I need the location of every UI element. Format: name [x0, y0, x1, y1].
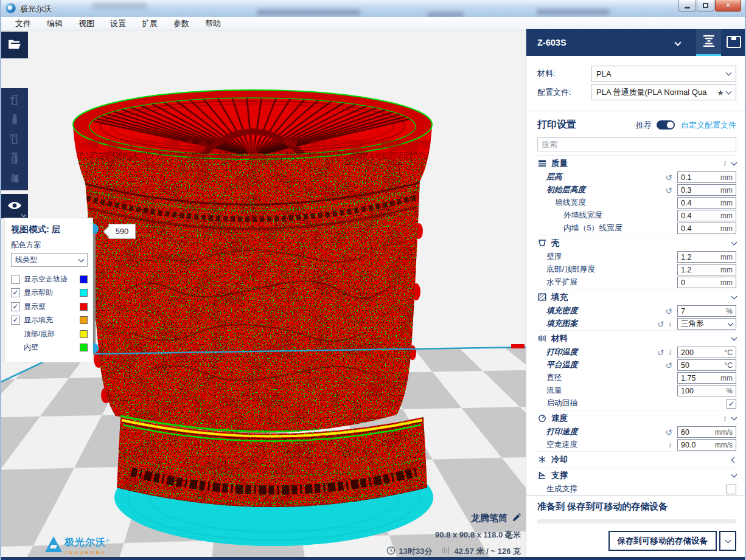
minimize-button[interactable]	[678, 0, 696, 12]
menu-file[interactable]: 文件	[7, 17, 39, 30]
section-header-quality[interactable]: 质量i	[537, 155, 736, 171]
move-tool-button[interactable]	[1, 91, 28, 110]
rename-pencil-icon[interactable]	[512, 513, 521, 524]
setting-value-input[interactable]	[681, 266, 720, 274]
printer-icon	[726, 35, 742, 51]
setting-value-box[interactable]: mm/s	[677, 439, 736, 451]
setting-label: 空走速度	[537, 440, 669, 450]
menu-extensions[interactable]: 扩展	[134, 17, 166, 30]
printer-name[interactable]: Z-603S	[526, 38, 675, 47]
mirror-tool-button[interactable]	[1, 149, 28, 168]
setting-value-box[interactable]: mm	[677, 223, 736, 234]
setting-row: 内墙（5）线宽度mm	[537, 222, 736, 235]
setting-value-box[interactable]: mm	[677, 251, 736, 263]
setting-value-box[interactable]: °C	[677, 359, 736, 371]
legend-checkbox[interactable]: ✓	[11, 288, 20, 297]
chevron-down-icon[interactable]	[674, 39, 681, 46]
reset-icon[interactable]: ↺	[665, 361, 672, 370]
viewport-3d[interactable]: 视图模式: 层 配色方案 线类型 显示空走轨迹✓显示帮助✓显示壁✓显示填充顶部/…	[1, 30, 526, 557]
info-icon: i	[669, 348, 671, 358]
section-header-material[interactable]: 材料	[537, 330, 736, 346]
reset-icon[interactable]: ↺	[665, 186, 672, 195]
setting-value-box[interactable]: mm	[677, 184, 736, 196]
recommended-toggle[interactable]	[657, 120, 675, 130]
setting-value-input[interactable]	[681, 374, 720, 382]
material-select[interactable]: PLA	[591, 66, 736, 81]
legend-row: 显示空走轨迹	[11, 272, 88, 286]
section-header-infill[interactable]: 填充	[537, 289, 736, 305]
setting-unit: °C	[725, 361, 733, 370]
menu-help[interactable]: 帮助	[197, 17, 229, 30]
setting-value-input[interactable]	[681, 173, 720, 182]
open-file-button[interactable]	[1, 32, 28, 58]
setting-label: 打印温度	[537, 347, 657, 358]
menu-parameters[interactable]: 参数	[166, 17, 197, 30]
setting-value-box[interactable]: %	[677, 305, 736, 317]
menu-view[interactable]: 视图	[71, 17, 102, 30]
rotate-tool-button[interactable]	[1, 130, 28, 149]
setting-row: 初始层高度↺mm	[537, 184, 736, 196]
setting-value-input[interactable]	[681, 361, 725, 370]
legend-checkbox[interactable]: ✓	[11, 302, 20, 311]
save-options-button[interactable]	[719, 531, 736, 551]
setting-value-input[interactable]	[681, 199, 720, 207]
legend-checkbox[interactable]: ✓	[11, 316, 20, 325]
section-header-cooling[interactable]: 冷却	[537, 451, 736, 467]
reset-icon[interactable]: ↺	[657, 348, 664, 357]
reset-icon[interactable]: ↺	[665, 173, 672, 182]
maximize-button[interactable]	[697, 0, 714, 12]
setting-value-box[interactable]: mm	[677, 210, 736, 221]
view-mode-button[interactable]	[1, 194, 28, 218]
setting-value-input[interactable]	[681, 212, 720, 220]
section-header-speed[interactable]: 速度i	[537, 410, 736, 426]
scale-tool-button[interactable]	[1, 110, 28, 130]
setting-checkbox[interactable]	[727, 485, 736, 494]
section-header-shell[interactable]: 壳	[537, 235, 736, 251]
setting-row: 外墙线宽度mm	[537, 209, 736, 222]
setting-select[interactable]	[677, 318, 736, 330]
setting-value-input[interactable]	[681, 428, 715, 437]
model-tools-group	[1, 88, 28, 190]
menu-settings[interactable]: 设置	[102, 17, 134, 30]
reset-icon[interactable]: ↺	[665, 428, 672, 437]
setting-value-input[interactable]	[681, 186, 720, 195]
setting-value-box[interactable]: mm	[677, 277, 736, 288]
setting-label: 打印速度	[537, 427, 665, 437]
section-header-support[interactable]: 支撑	[537, 467, 736, 483]
close-button[interactable]: ✕	[715, 0, 741, 12]
setting-value-input[interactable]	[681, 253, 720, 261]
prepare-tab[interactable]	[696, 29, 721, 56]
setting-row: 打印温度↺i°C	[537, 346, 736, 359]
setting-value-input[interactable]	[681, 387, 726, 395]
setting-value-input[interactable]	[681, 348, 725, 357]
setting-value-box[interactable]: mm/s	[677, 426, 736, 438]
setting-value-box[interactable]: mm	[677, 264, 736, 275]
save-to-removable-button[interactable]: 保存到可移动的存储设备	[608, 531, 717, 551]
legend-row: 顶部/底部	[11, 327, 88, 341]
reset-icon[interactable]: ↺	[657, 320, 664, 328]
setting-checkbox[interactable]: ✓	[727, 399, 736, 409]
print-settings-title: 打印设置	[537, 119, 636, 131]
setting-value-input[interactable]	[681, 278, 720, 287]
menu-edit[interactable]: 编辑	[39, 17, 71, 30]
legend-checkbox[interactable]	[11, 275, 20, 284]
title-bar[interactable]: 极光尔沃 ✕	[1, 0, 745, 17]
setting-value-input[interactable]	[681, 224, 720, 233]
setting-value-box[interactable]: %	[677, 385, 736, 396]
monitor-tab[interactable]	[721, 29, 746, 56]
setting-value-input[interactable]	[681, 320, 728, 328]
setting-value-box[interactable]: mm	[677, 171, 736, 183]
reset-icon[interactable]: ↺	[665, 307, 672, 316]
per-model-tool-button[interactable]	[1, 168, 28, 188]
color-scheme-select[interactable]: 线类型	[11, 253, 88, 267]
setting-value-box[interactable]: mm	[677, 197, 736, 209]
setting-value-box[interactable]: °C	[677, 347, 736, 358]
profile-select[interactable]: PLA 普通质量(PLA Normal Qua ★	[591, 85, 736, 100]
setting-value-box[interactable]: mm	[677, 372, 736, 384]
custom-profile-link[interactable]: 自定义配置文件	[681, 120, 736, 131]
setting-value-input[interactable]	[681, 441, 715, 449]
eye-icon	[7, 201, 22, 212]
settings-search-input[interactable]	[537, 137, 736, 151]
setting-row: 底部/顶部厚度mm	[537, 263, 736, 276]
setting-value-input[interactable]	[681, 307, 726, 316]
